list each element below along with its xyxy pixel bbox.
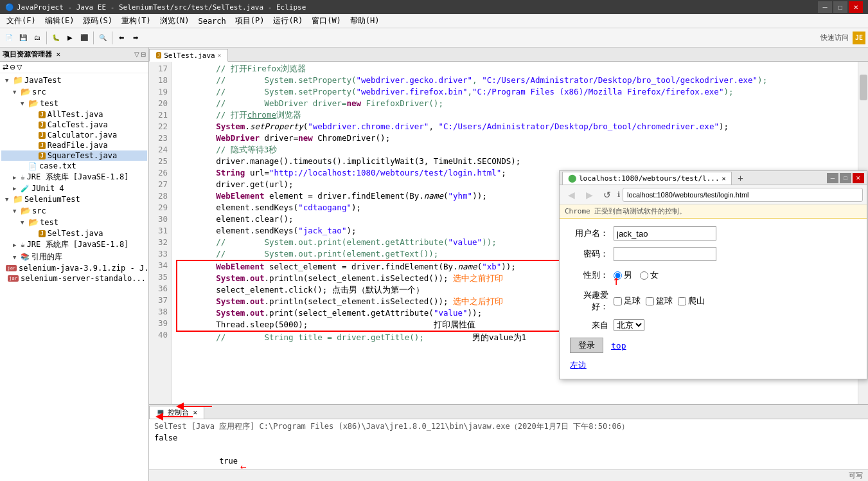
new-button[interactable]: 📄 <box>3 31 15 45</box>
line-num: 27 <box>153 179 168 190</box>
browser-maximize-btn[interactable]: □ <box>840 173 851 183</box>
save-all-button[interactable]: 🗂 <box>31 31 44 45</box>
menu-run[interactable]: 运行(R) <box>269 14 306 28</box>
menu-refactor[interactable]: 重构(T) <box>118 14 155 28</box>
panel-menu-button[interactable]: ⊟ <box>141 51 146 58</box>
maximize-button[interactable]: □ <box>833 1 847 13</box>
hobby-basketball-label[interactable]: 篮球 <box>646 295 673 307</box>
tree-item-reflibs[interactable]: ▼ 📚 引用的库 <box>1 251 147 263</box>
menu-navigate[interactable]: 浏览(N) <box>156 14 193 28</box>
scrollbar-thumb[interactable] <box>860 75 867 100</box>
back-button[interactable]: ⬅ <box>115 31 128 45</box>
tree-item-selenium-java[interactable]: jar selenium-java-3.9.1.zip - J... <box>1 263 147 273</box>
minimize-button[interactable]: ─ <box>818 1 832 13</box>
quick-access-label: 快速访问 <box>820 33 849 42</box>
browser-close-btn[interactable]: ✕ <box>853 173 864 183</box>
back-nav-button[interactable]: ◀ <box>563 187 579 203</box>
tree-item-squaretest[interactable]: J SquareTest.java <box>1 150 147 161</box>
forward-button[interactable]: ➡ <box>129 31 142 45</box>
link-with-editor-btn[interactable]: ⇄ <box>3 63 8 71</box>
tree-item-readfile[interactable]: J ReadFile.java <box>1 140 147 150</box>
tree-item-selenium-server[interactable]: jar selenium-server-standalo... <box>1 273 147 284</box>
reload-button[interactable]: ↺ <box>599 187 615 203</box>
menu-source[interactable]: 源码(S) <box>79 14 116 28</box>
collapse-all-btn[interactable]: ⊖ <box>10 63 15 71</box>
save-button[interactable]: 💾 <box>17 31 30 45</box>
code-line-25: driver.manage().timeouts().implicitlyWai… <box>177 156 853 167</box>
url-container: ℹ <box>617 188 863 202</box>
tree-item-seltest[interactable]: J SelTest.java <box>1 228 147 239</box>
tree-item-jre1[interactable]: ▶ ☕ JRE 系统库 [JavaSE-1.8] <box>1 171 147 183</box>
console-icon: 💻 <box>156 408 165 417</box>
tree-item-calctest[interactable]: J CalcTest.java <box>1 120 147 130</box>
browser-popup: ⬤ localhost:1080/webtours/test/l... ✕ + … <box>559 170 867 379</box>
collapse-button[interactable]: ▽ <box>134 51 139 58</box>
expand-arrow: ▶ <box>13 242 21 248</box>
browser-minimize-btn[interactable]: ─ <box>827 173 838 183</box>
hobby-basketball-text: 篮球 <box>656 295 673 307</box>
tree-item-src1[interactable]: ▼ 📂 src <box>1 86 147 98</box>
project-explorer-header: 项目资源管理器 ✕ ▽ ⊟ <box>0 48 148 62</box>
menu-file[interactable]: 文件(F) <box>3 14 40 28</box>
tree-item-test2[interactable]: ▼ 📂 test <box>1 217 147 228</box>
menu-project[interactable]: 项目(P) <box>231 14 269 28</box>
tree-label: JRE 系统库 [JavaSE-1.8] <box>27 239 129 250</box>
menu-edit[interactable]: 编辑(E) <box>41 14 78 28</box>
console-content: SelTest [Java 应用程序] C:\Program Files (x8… <box>149 419 868 469</box>
hobby-hiking-label[interactable]: 爬山 <box>678 295 705 307</box>
tree-item-alltest[interactable]: J AllTest.java <box>1 109 147 120</box>
browser-tab-close[interactable]: ✕ <box>722 175 726 182</box>
hobby-football-label[interactable]: 足球 <box>614 295 641 307</box>
forward-nav-button[interactable]: ▶ <box>581 187 597 203</box>
tree-item-javatest[interactable]: ▼ 📁 JavaTest <box>1 75 147 86</box>
debug-button[interactable]: 🐛 <box>49 31 62 45</box>
hobby-basketball-checkbox[interactable] <box>646 297 654 305</box>
junit-icon: 🧪 <box>21 185 30 193</box>
gender-female-radio[interactable] <box>640 271 648 280</box>
url-bar[interactable] <box>623 188 863 202</box>
line-num: 40 <box>153 329 168 341</box>
tree-label: AllTest.java <box>48 110 103 119</box>
search-button[interactable]: 🔍 <box>96 31 109 45</box>
editor-tab-seltest[interactable]: J SelTest.java ✕ <box>149 49 228 62</box>
tab-close-icon[interactable]: ✕ <box>218 52 221 59</box>
file-icon: 📄 <box>28 162 37 170</box>
menu-window[interactable]: 窗口(W) <box>308 14 345 28</box>
line-num: 21 <box>153 109 168 121</box>
filter-btn[interactable]: ▽ <box>17 63 22 71</box>
new-tab-button[interactable]: + <box>734 172 747 185</box>
expand-arrow: ▶ <box>13 185 21 192</box>
red-arrow-true: ← <box>240 461 247 469</box>
no-arrow <box>31 132 39 138</box>
tree-item-src2[interactable]: ▼ 📂 src <box>1 205 147 217</box>
close-button[interactable]: ✕ <box>849 1 863 13</box>
jar-icon: jar <box>8 275 19 282</box>
console-tab[interactable]: 💻 控制台 ✕ <box>149 406 204 419</box>
menu-search[interactable]: Search <box>194 15 229 27</box>
login-button[interactable]: 登录 <box>570 338 603 353</box>
top-link[interactable]: top <box>611 341 626 350</box>
password-input[interactable] <box>614 247 716 261</box>
stop-button[interactable]: ⬛ <box>78 31 91 45</box>
java-icon: J <box>39 152 46 159</box>
tree-item-seleniumtest[interactable]: ▼ 📁 SeleniumTest <box>1 194 147 205</box>
perspective-button[interactable]: JE <box>853 32 865 44</box>
console-output-true: true ← <box>154 444 863 469</box>
tree-item-test1[interactable]: ▼ 📂 test <box>1 98 147 109</box>
hobby-hiking-checkbox[interactable] <box>678 297 686 305</box>
tree-item-calculator[interactable]: J Calculator.java <box>1 130 147 140</box>
gender-female-label[interactable]: 女 <box>640 269 659 281</box>
tree-item-casetxt[interactable]: 📄 case.txt <box>1 161 147 171</box>
username-input[interactable] <box>614 226 716 240</box>
run-button[interactable]: ▶ <box>64 31 76 45</box>
left-link[interactable]: 左边 <box>570 359 856 371</box>
tree-item-jre2[interactable]: ▶ ☕ JRE 系统库 [JavaSE-1.8] <box>1 239 147 251</box>
browser-tab-label: localhost:1080/webtours/test/l... <box>579 174 720 183</box>
browser-tab[interactable]: ⬤ localhost:1080/webtours/test/l... ✕ <box>562 172 732 185</box>
origin-select[interactable]: 北京 上海 <box>614 319 644 331</box>
menu-help[interactable]: 帮助(H) <box>346 14 384 28</box>
main-toolbar: 📄 💾 🗂 🐛 ▶ ⬛ 🔍 ⬅ ➡ 快速访问 JE <box>0 28 868 48</box>
tree-item-junit4[interactable]: ▶ 🧪 JUnit 4 <box>1 183 147 194</box>
hobby-football-checkbox[interactable] <box>614 297 622 305</box>
console-output-false: false <box>154 432 863 444</box>
